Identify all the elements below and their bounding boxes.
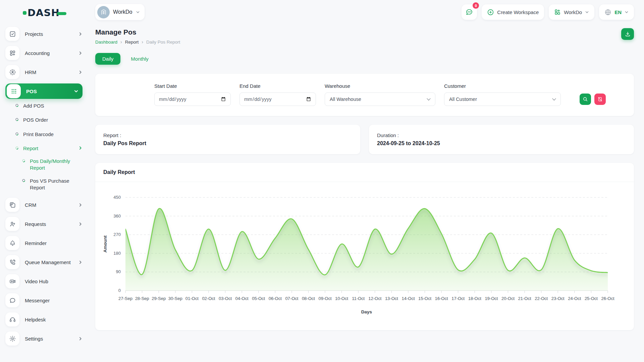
logo-dot-icon bbox=[23, 11, 26, 15]
svg-text:19-Oct: 19-Oct bbox=[485, 296, 498, 301]
reset-filter-button[interactable] bbox=[594, 94, 606, 105]
svg-text:12-Oct: 12-Oct bbox=[368, 296, 381, 301]
tab-monthly[interactable]: Monthly bbox=[124, 53, 156, 65]
sidebar-item-accounting[interactable]: Accounting bbox=[5, 45, 83, 61]
start-date-input[interactable] bbox=[154, 93, 231, 106]
svg-text:180: 180 bbox=[113, 251, 121, 256]
chevron-down-icon bbox=[585, 10, 589, 14]
breadcrumb-separator-icon: › bbox=[142, 39, 143, 45]
sidebar-item-hrm[interactable]: HRM bbox=[5, 64, 83, 80]
tab-daily[interactable]: Daily bbox=[95, 53, 120, 65]
svg-text:17-Oct: 17-Oct bbox=[451, 296, 465, 301]
dash-logo[interactable]: DASH bbox=[5, 5, 83, 21]
svg-text:14-Oct: 14-Oct bbox=[401, 296, 415, 301]
svg-text:07-Oct: 07-Oct bbox=[285, 296, 298, 301]
customer-field: Customer All Customer bbox=[444, 83, 561, 106]
chevron-right-icon bbox=[78, 32, 83, 36]
sidebar-item-queue-management[interactable]: Queue Management bbox=[5, 254, 83, 270]
apply-filter-button[interactable] bbox=[580, 94, 591, 105]
svg-text:23-Oct: 23-Oct bbox=[551, 296, 565, 301]
sidebar-item-messenger[interactable]: Messenger bbox=[5, 293, 83, 308]
sidebar-group-pos: Add POS POS Order Print Barcode Report P… bbox=[5, 103, 83, 191]
svg-text:21-Oct: 21-Oct bbox=[518, 296, 531, 301]
svg-text:09-Oct: 09-Oct bbox=[318, 296, 331, 301]
customer-select[interactable]: All Customer bbox=[444, 93, 561, 106]
svg-text:01-Oct: 01-Oct bbox=[185, 296, 199, 301]
svg-text:03-Oct: 03-Oct bbox=[219, 296, 232, 301]
chevron-right-icon bbox=[78, 337, 83, 341]
svg-text:90: 90 bbox=[116, 269, 121, 274]
sidebar-item-helpdesk[interactable]: Helpdesk bbox=[5, 312, 83, 327]
notification-badge: 0 bbox=[473, 2, 479, 9]
globe-icon bbox=[604, 9, 611, 16]
chevron-down-icon bbox=[625, 10, 629, 14]
chevron-right-icon bbox=[78, 222, 83, 226]
svg-text:27-Sep: 27-Sep bbox=[118, 296, 132, 301]
svg-text:24-Oct: 24-Oct bbox=[568, 296, 581, 301]
title-row: Manage Pos Dashboard›Report›Daily Pos Re… bbox=[95, 28, 634, 45]
language-selector[interactable]: EN bbox=[599, 4, 634, 20]
summary-row: Report : Daily Pos Report Duration : 202… bbox=[95, 125, 634, 154]
filter-actions bbox=[580, 83, 606, 106]
sidebar-item-pos[interactable]: POS bbox=[5, 83, 83, 99]
sidebar-item-projects[interactable]: Projects bbox=[5, 26, 83, 42]
svg-text:05-Oct: 05-Oct bbox=[252, 296, 265, 301]
chevron-right-icon bbox=[78, 203, 83, 207]
sidebar-item-reminder[interactable]: Reminder bbox=[5, 235, 83, 251]
sidebar-item-pos-vs-purchase-report[interactable]: Pos VS Purchase Report bbox=[22, 178, 83, 191]
bullet-icon bbox=[15, 146, 19, 150]
workspace-selector[interactable]: WorkDo bbox=[95, 4, 145, 20]
chart-title: Daily Report bbox=[95, 163, 634, 182]
topbar-right: 0 Create Workspace WorkDo bbox=[462, 4, 634, 20]
apps-grid-icon bbox=[7, 84, 21, 98]
sidebar-item-pos-order[interactable]: POS Order bbox=[15, 117, 83, 123]
messages-button[interactable]: 0 bbox=[462, 4, 477, 20]
svg-text:16-Oct: 16-Oct bbox=[435, 296, 448, 301]
breadcrumb: Dashboard›Report›Daily Pos Report bbox=[95, 39, 180, 45]
language-code: EN bbox=[614, 9, 622, 15]
svg-text:25-Oct: 25-Oct bbox=[585, 296, 598, 301]
app-menu-button[interactable]: WorkDo bbox=[549, 4, 594, 20]
chevron-down-icon bbox=[136, 10, 140, 14]
svg-text:13-Oct: 13-Oct bbox=[385, 296, 398, 301]
sidebar-item-settings[interactable]: Settings bbox=[5, 331, 83, 346]
duration-label: Duration : bbox=[377, 132, 626, 138]
end-date-input[interactable] bbox=[239, 93, 316, 106]
warehouse-field: Warehouse All Warehouse bbox=[325, 83, 435, 106]
customer-label: Customer bbox=[444, 83, 561, 89]
bullet-icon bbox=[21, 159, 25, 163]
user-plus-icon bbox=[5, 217, 19, 231]
user-scan-icon bbox=[5, 65, 19, 79]
svg-text:Amount: Amount bbox=[103, 235, 108, 252]
report-value: Daily Pos Report bbox=[103, 140, 352, 146]
sidebar-item-print-barcode[interactable]: Print Barcode bbox=[15, 131, 83, 138]
sidebar-item-video-hub[interactable]: Video Hub bbox=[5, 274, 83, 289]
app-menu-label: WorkDo bbox=[564, 9, 582, 15]
report-summary-card: Report : Daily Pos Report bbox=[95, 125, 360, 154]
bell-icon bbox=[5, 236, 19, 250]
warehouse-select[interactable]: All Warehouse bbox=[325, 93, 435, 106]
download-report-button[interactable] bbox=[621, 28, 634, 40]
sidebar-item-crm[interactable]: CRM bbox=[5, 197, 83, 213]
create-workspace-button[interactable]: Create Workspace bbox=[482, 4, 544, 20]
sidebar: DASH Projects Accounting HRM POS Add POS… bbox=[0, 0, 87, 362]
svg-text:270: 270 bbox=[113, 232, 121, 237]
breadcrumb-dashboard[interactable]: Dashboard bbox=[95, 40, 117, 45]
bullet-icon bbox=[15, 132, 19, 136]
content: Manage Pos Dashboard›Report›Daily Pos Re… bbox=[87, 21, 644, 330]
sidebar-subgroup: Pos Daily/Monthly Report Pos VS Purchase… bbox=[15, 158, 83, 191]
breadcrumb-report[interactable]: Report bbox=[125, 40, 139, 45]
filter-card: Start Date End Date Warehouse All Wareho… bbox=[95, 74, 634, 116]
svg-text:06-Oct: 06-Oct bbox=[269, 296, 282, 301]
main-column: WorkDo 0 Create Workspace bbox=[87, 0, 644, 362]
svg-text:18-Oct: 18-Oct bbox=[468, 296, 481, 301]
sidebar-item-requests[interactable]: Requests bbox=[5, 216, 83, 232]
daily-report-chart-card: Daily Report 090180270360450 27-Sep28-Se… bbox=[95, 163, 634, 330]
sidebar-item-add-pos[interactable]: Add POS bbox=[15, 103, 83, 109]
sidebar-item-pos-daily-monthly-report[interactable]: Pos Daily/Monthly Report bbox=[22, 158, 83, 172]
grid-plus-icon bbox=[5, 46, 19, 60]
svg-text:04-Oct: 04-Oct bbox=[235, 296, 249, 301]
bullet-icon bbox=[21, 178, 25, 182]
report-label: Report : bbox=[103, 132, 352, 138]
sidebar-item-report[interactable]: Report bbox=[15, 145, 83, 152]
